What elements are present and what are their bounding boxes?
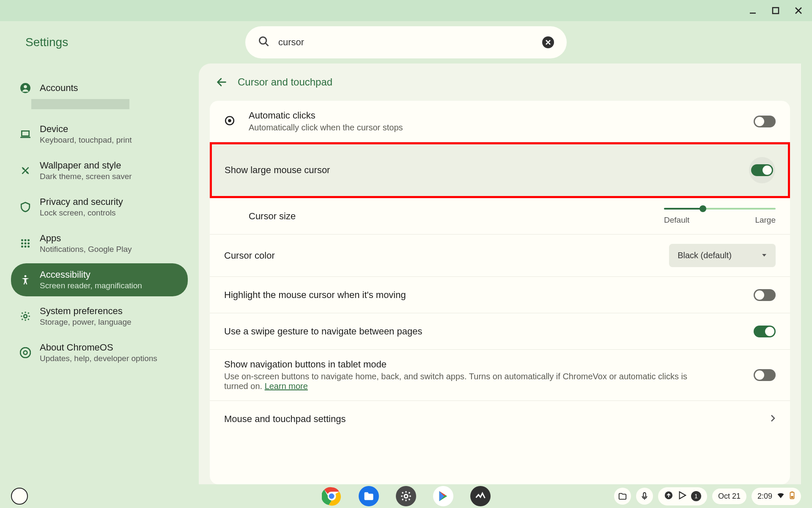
toggle-swipe-nav[interactable] bbox=[754, 326, 776, 337]
shield-icon bbox=[19, 201, 31, 213]
row-label: Show large mouse cursor bbox=[225, 165, 749, 176]
row-label: Automatic clicks bbox=[249, 110, 754, 121]
shelf-app-settings[interactable] bbox=[396, 486, 416, 506]
toggle-highlight-cursor[interactable] bbox=[754, 289, 776, 301]
sidebar-item-sub: Lock screen, controls bbox=[40, 208, 123, 218]
chevron-right-icon bbox=[770, 414, 776, 424]
search-clear-button[interactable] bbox=[542, 36, 554, 48]
tray-files-button[interactable] bbox=[614, 488, 631, 505]
sidebar-item-sub: Dark theme, screen saver bbox=[40, 172, 132, 181]
sidebar-item-accessibility[interactable]: Accessibility Screen reader, magnificati… bbox=[11, 263, 188, 296]
sidebar-item-sub: Updates, help, developer options bbox=[40, 354, 157, 363]
row-swipe-nav[interactable]: Use a swipe gesture to navigate between … bbox=[210, 313, 790, 350]
app-title: Settings bbox=[25, 36, 68, 49]
row-sub: Automatically click when the cursor stop… bbox=[249, 123, 722, 133]
shelf-app-files[interactable] bbox=[359, 486, 379, 506]
launcher-button[interactable] bbox=[11, 488, 28, 505]
row-sub: Use on-screen buttons to navigate home, … bbox=[224, 372, 698, 391]
cursor-color-dropdown[interactable]: Black (default) bbox=[669, 244, 776, 267]
svg-rect-34 bbox=[643, 493, 646, 497]
sidebar-item-privacy[interactable]: Privacy and security Lock screen, contro… bbox=[11, 190, 188, 224]
svg-point-24 bbox=[24, 315, 27, 318]
window-minimize-button[interactable] bbox=[748, 6, 758, 16]
tray-mic-button[interactable] bbox=[636, 488, 653, 505]
tray-time: 2:09 bbox=[757, 492, 772, 501]
svg-point-21 bbox=[25, 246, 27, 248]
slider-max-label: Large bbox=[755, 215, 776, 225]
back-button[interactable] bbox=[216, 76, 228, 88]
tray-status-pill[interactable]: 1 bbox=[658, 487, 707, 505]
chrome-icon bbox=[19, 347, 31, 359]
window-close-button[interactable] bbox=[793, 6, 804, 16]
row-automatic-clicks[interactable]: Automatic clicks Automatically click whe… bbox=[210, 101, 790, 142]
search-input[interactable] bbox=[278, 37, 542, 48]
redacted-account-name bbox=[31, 99, 129, 109]
sidebar-item-label: Apps bbox=[40, 233, 132, 244]
svg-point-23 bbox=[25, 275, 27, 277]
shelf-app-play-store[interactable] bbox=[433, 486, 453, 506]
svg-point-25 bbox=[20, 348, 30, 358]
row-cursor-size: Cursor size Default Large bbox=[210, 198, 790, 235]
content-header: Cursor and touchpad bbox=[199, 64, 801, 101]
shelf-app-chrome[interactable] bbox=[321, 486, 342, 506]
svg-point-22 bbox=[27, 246, 30, 248]
toggle-halo bbox=[749, 157, 775, 183]
row-label: Show navigation buttons in tablet mode bbox=[224, 359, 754, 370]
battery-icon bbox=[789, 491, 795, 502]
slider-min-label: Default bbox=[664, 215, 689, 225]
row-label: Use a swipe gesture to navigate between … bbox=[224, 326, 754, 337]
sidebar-item-label: Privacy and security bbox=[40, 196, 123, 207]
svg-point-28 bbox=[228, 119, 231, 122]
content-panel: Cursor and touchpad Automatic clicks Aut… bbox=[199, 64, 801, 484]
svg-point-13 bbox=[26, 171, 28, 173]
toggle-automatic-clicks[interactable] bbox=[754, 116, 776, 127]
svg-rect-37 bbox=[791, 491, 793, 492]
up-arrow-circle-icon bbox=[664, 491, 673, 502]
tray-date-pill[interactable]: Oct 21 bbox=[712, 489, 746, 504]
svg-point-4 bbox=[260, 37, 266, 44]
sidebar-item-label: System preferences bbox=[40, 306, 132, 317]
sidebar-item-label: Device bbox=[40, 124, 132, 135]
row-large-cursor[interactable]: Show large mouse cursor bbox=[210, 142, 790, 198]
cursor-size-slider[interactable]: Default Large bbox=[664, 208, 776, 225]
svg-point-14 bbox=[21, 239, 23, 241]
sidebar-item-label: About ChromeOS bbox=[40, 342, 157, 353]
tray-time-pill[interactable]: 2:09 bbox=[752, 488, 801, 505]
sidebar-item-accounts[interactable]: Accounts bbox=[11, 76, 188, 100]
toggle-tablet-nav[interactable] bbox=[754, 369, 776, 381]
window-maximize-button[interactable] bbox=[771, 6, 781, 16]
sidebar-item-device[interactable]: Device Keyboard, touchpad, print bbox=[11, 118, 188, 151]
row-tablet-nav[interactable]: Show navigation buttons in tablet mode U… bbox=[210, 350, 790, 401]
svg-point-16 bbox=[27, 239, 30, 241]
row-label: Cursor color bbox=[224, 250, 669, 261]
search-box[interactable] bbox=[245, 26, 567, 58]
brush-icon bbox=[19, 165, 31, 177]
learn-more-link[interactable]: Learn more bbox=[265, 381, 308, 391]
row-label: Mouse and touchpad settings bbox=[224, 414, 770, 425]
row-mouse-settings[interactable]: Mouse and touchpad settings bbox=[210, 401, 790, 437]
svg-point-17 bbox=[21, 243, 23, 245]
search-icon bbox=[258, 36, 270, 49]
svg-point-19 bbox=[27, 243, 30, 245]
row-highlight-cursor[interactable]: Highlight the mouse cursor when it's mov… bbox=[210, 277, 790, 313]
toggle-large-cursor[interactable] bbox=[751, 164, 773, 176]
sidebar-item-apps[interactable]: Apps Notifications, Google Play bbox=[11, 227, 188, 260]
play-outline-icon bbox=[678, 491, 687, 502]
shelf-app-activity[interactable] bbox=[470, 486, 491, 506]
sidebar-item-wallpaper[interactable]: Wallpaper and style Dark theme, screen s… bbox=[11, 154, 188, 187]
svg-rect-10 bbox=[22, 131, 29, 136]
sidebar-item-system[interactable]: System preferences Storage, power, langu… bbox=[11, 300, 188, 333]
svg-point-18 bbox=[25, 243, 27, 245]
accessibility-icon bbox=[19, 274, 31, 286]
laptop-icon bbox=[19, 128, 31, 140]
sidebar: Accounts Device Keyboard, touchpad, prin… bbox=[0, 64, 199, 484]
apps-grid-icon bbox=[19, 237, 31, 249]
sidebar-item-label: Accessibility bbox=[40, 269, 142, 280]
sidebar-item-sub: Notifications, Google Play bbox=[40, 245, 132, 254]
svg-point-9 bbox=[24, 85, 27, 88]
wifi-icon bbox=[776, 491, 785, 502]
sidebar-item-label: Accounts bbox=[40, 83, 78, 94]
chevron-down-icon bbox=[761, 251, 767, 260]
sidebar-item-about[interactable]: About ChromeOS Updates, help, developer … bbox=[11, 336, 188, 369]
row-label: Highlight the mouse cursor when it's mov… bbox=[224, 290, 754, 301]
